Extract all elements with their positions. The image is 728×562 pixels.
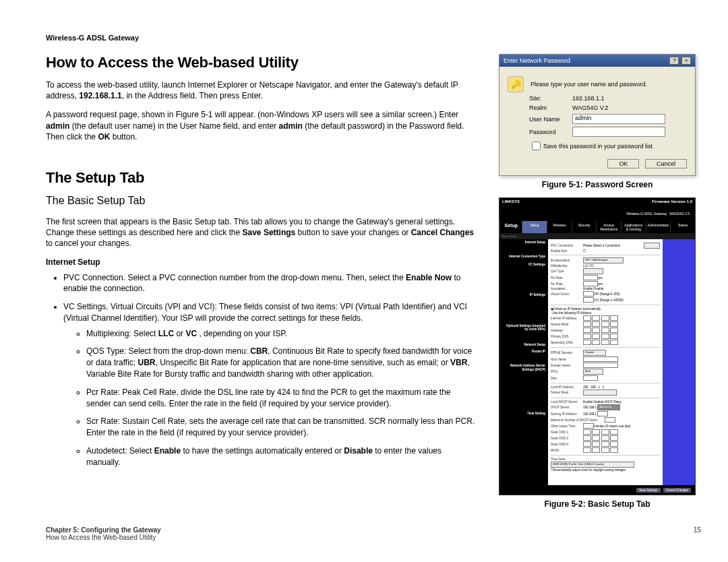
host-input[interactable] (583, 356, 618, 362)
tab-security[interactable]: Security (572, 221, 597, 233)
group-router-ip: Router IP (502, 350, 545, 353)
text-bold: CBR (250, 346, 268, 356)
sdns-label: Secondary DNS: (551, 341, 583, 344)
text-bold: Cancel Changes (411, 228, 474, 237)
vpi-hint: VPI (Range 0~255) (594, 292, 620, 296)
lmask-label: Subnet Mask: (551, 391, 583, 394)
save-password-checkbox[interactable] (532, 142, 541, 150)
vpi-input[interactable] (583, 291, 594, 296)
text-bold: 192.168.1.1 (79, 91, 121, 100)
lmask-select[interactable] (583, 389, 617, 396)
password-input[interactable] (572, 127, 665, 137)
scr-unit: cps (598, 282, 603, 286)
dialog-titlebar: Enter Network Password ? × (499, 55, 695, 67)
list-item: QOS Type: Select from the drop-down menu… (86, 346, 477, 379)
encap-select[interactable]: RFC 1483 Bridged (583, 257, 624, 263)
pcr-input[interactable] (583, 275, 598, 280)
save-password-label: Save this password in your password list (543, 143, 653, 150)
startip-label: Starting IP Address: (551, 412, 583, 416)
help-icon[interactable]: ? (669, 57, 679, 65)
main-tabs: Setup Setup Wireless Security Access Res… (499, 221, 695, 233)
list-item: PVC Connection. Select a PVC connection … (63, 272, 477, 295)
bullet-sublist: Multiplexing: Select LLC or VC , dependi… (63, 328, 477, 468)
tab-admin[interactable]: Administration (646, 221, 671, 233)
setup-tab-title: Setup (499, 221, 522, 233)
enable-label: Enable Now (551, 249, 583, 253)
domain-input[interactable] (583, 363, 618, 368)
vci-hint: VCI (Range 1~65535) (594, 299, 624, 302)
list-item: Autodetect: Select Enable to have the se… (86, 445, 477, 468)
scr-label: Scr Rate: (551, 282, 583, 286)
subtab-basic[interactable]: Basic Setup (499, 233, 695, 239)
footer-section: How to Access the Web-based Utility (46, 534, 161, 541)
page-number: 15 (694, 526, 701, 541)
group-time: Time Setting (502, 412, 545, 415)
tz-select[interactable]: (GMT-08:00) Pacific Time (USA & Canada) (551, 462, 634, 468)
dhcp-value[interactable]: Enable Disable DHCP Relay (583, 400, 660, 404)
mask-label: Subnet Mask: (551, 323, 583, 326)
text: Multiplexing: Select (86, 329, 158, 338)
figure-password-dialog: Enter Network Password ? × 🔑 Please type… (499, 54, 696, 176)
domain-label: Domain Name: (551, 364, 583, 367)
maxusers-input[interactable] (605, 417, 615, 423)
text: button. (110, 132, 137, 142)
sdns1-label: Static DNS 1: (551, 431, 583, 434)
realm-label: Realm (529, 104, 572, 111)
list-item: Multiplexing: Select LLC or VC , dependi… (86, 328, 477, 340)
list-item: Scr Rate: Sustain Cell Rate, sets the av… (86, 416, 477, 439)
text-bold: Save Settings (243, 228, 296, 237)
list-item: VC Settings. Virtual Circuits (VPI and V… (63, 301, 477, 468)
ok-button[interactable]: OK (607, 159, 639, 168)
ip-static-radio[interactable]: Use the following IP Address: (553, 311, 592, 315)
tab-status[interactable]: Status (670, 221, 695, 233)
vcircuit-label: Virtual Circuit: (551, 292, 583, 296)
pppoe-select[interactable]: Disable (583, 350, 606, 356)
startip-input[interactable] (597, 411, 608, 416)
site-value: 192.168.1.1 (572, 95, 605, 102)
tab-access[interactable]: Access Restrictions (596, 221, 621, 233)
tab-wireless[interactable]: Wireless (547, 221, 572, 233)
close-icon[interactable]: × (681, 57, 691, 65)
advanced-button[interactable]: Advanced (597, 404, 620, 410)
mtu-select[interactable]: Auto (583, 369, 603, 375)
qos-select[interactable] (583, 268, 603, 274)
lease-input[interactable] (583, 423, 594, 429)
figure-2-caption: Figure 5-2: Basic Setup Tab (493, 499, 701, 509)
group-dhcp: Network Address Server Settings (DHCP) (502, 364, 545, 371)
tz-label: Time Zone: (551, 458, 583, 461)
cancel-button[interactable]: Cancel (645, 159, 687, 168)
tab-apps[interactable]: Applications & Gaming (621, 221, 646, 233)
vci-input[interactable] (583, 297, 594, 303)
text: VC Settings. Virtual Circuits (VPI and V… (63, 302, 467, 323)
para-access-2: A password request page, shown in Figure… (46, 109, 477, 142)
para-access-1: To access the web-based utility, launch … (46, 80, 477, 101)
key-icon: 🔑 (508, 76, 524, 92)
wins-label: WINS: (551, 449, 583, 452)
text-bold: OK (98, 132, 110, 142)
text: (the default user name) in the User Name… (69, 121, 278, 131)
firmware-label: Firmware Version 1.0 (652, 199, 692, 209)
auto-label: Autodetect: (551, 287, 583, 290)
mux-value[interactable]: LLC VC (583, 264, 660, 268)
pvc-select[interactable] (644, 243, 660, 249)
dhcpsrv-value: 192.168.1. (583, 406, 597, 409)
host-label: Host Name: (551, 358, 583, 361)
save-settings-button[interactable]: Save Settings (636, 488, 661, 493)
tab-setup[interactable]: Setup (522, 221, 547, 233)
text: , in the Address field. Then press Enter… (122, 91, 263, 100)
bullet-list: PVC Connection. Select a PVC connection … (46, 272, 477, 468)
text-bold: admin (46, 121, 69, 131)
size-input[interactable] (583, 375, 598, 381)
username-input[interactable]: admin (572, 114, 665, 124)
document-header: Wireless-G ADSL Gateway (46, 34, 701, 42)
dst-label[interactable]: Automatically adjust clock for daylight … (553, 468, 626, 472)
mtu-label: MTU: (551, 370, 583, 373)
scr-input[interactable] (583, 281, 598, 286)
cancel-changes-button[interactable]: Cancel Changes (663, 488, 691, 493)
pdns-label: Primary DNS: (551, 335, 583, 338)
heading-access: How to Access the Web-based Utility (46, 54, 477, 71)
auto-value[interactable]: Enable Disable (583, 287, 660, 290)
ip-auto-radio[interactable]: Obtain an IP Address Automatically (553, 307, 601, 311)
localip-value: 192 . 168 . 1 . 1 (583, 385, 604, 389)
mux-label: Multiplexing: (551, 264, 583, 268)
